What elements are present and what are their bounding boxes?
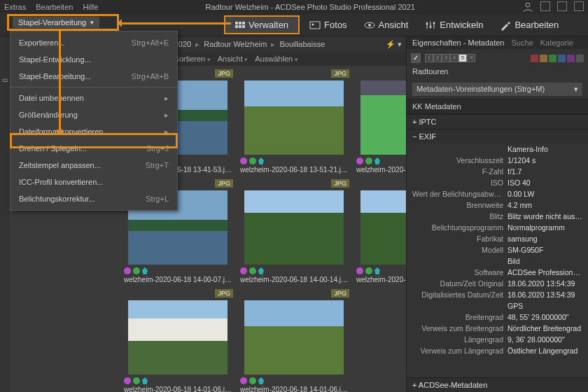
eye-icon — [364, 20, 375, 31]
window-title: Radtour Welzheim - ACDSee Photo Studio P… — [108, 3, 512, 11]
filetype-badge: JPG — [331, 69, 349, 78]
tag-checkbox[interactable]: ✓ — [411, 53, 421, 63]
acdsee-section[interactable]: + ACDSee-Metadaten — [407, 377, 588, 392]
tag-dot-purple — [356, 267, 363, 274]
tag-dot-purple — [240, 267, 247, 274]
thumb-filename: welzheim-2020-06-18 14-00-14.j… — [237, 276, 351, 285]
menu-bar: Extras Bearbeiten Hilfe — [4, 3, 98, 11]
menu-item[interactable]: Belichtungskorrektur...Strg+L — [10, 190, 177, 207]
metadata-row: Datum/Zeit Original18.06.2020 13:54:39 — [407, 278, 588, 289]
geo-pin-icon — [258, 158, 264, 164]
properties-panel: Eigenschaften - Metadaten Suche Kategori… — [406, 36, 588, 392]
mode-fotos-label: Fotos — [324, 20, 347, 30]
mode-verwalten-label: Verwalten — [248, 20, 288, 30]
metadata-row: Wert der Belichtungsabweichu…0.00 LW — [407, 188, 588, 200]
metadata-row: Brennweite4.2 mm — [407, 200, 588, 211]
thumbnail[interactable]: JPG welzheim-2020-06-18 13-54-39.j… — [353, 67, 406, 176]
sort-by[interactable]: Sortieren — [174, 55, 211, 63]
thumbnail[interactable]: JPG welzheim-2020-06-18 14-01-06.j… — [120, 287, 235, 392]
panel-tab-suche[interactable]: Suche — [511, 38, 533, 47]
thumbnail[interactable]: JPG welzheim-2020-06-18 14-00-14.j… — [237, 177, 351, 286]
filetype-badge: JPG — [215, 289, 233, 298]
left-panel-collapsed[interactable]: g — [0, 36, 10, 392]
tag-dot-purple — [240, 377, 247, 384]
iptc-section[interactable]: + IPTC — [407, 114, 588, 129]
tools-icon — [500, 20, 511, 31]
geo-pin-icon — [142, 377, 148, 384]
menu-item[interactable]: Zeitstempel anpassen...Strg+T — [10, 157, 177, 174]
exif-list: Kamera-InfoVerschlusszeit1/1204 sF-Zahlf… — [407, 144, 588, 377]
tag-dot-green — [365, 158, 372, 164]
tag-dot-purple — [124, 267, 131, 274]
filetype-badge: JPG — [331, 179, 349, 188]
svg-point-5 — [426, 22, 428, 24]
select-mode[interactable]: Auswählen — [255, 55, 298, 63]
menu-item[interactable]: Drehen / Spiegeln...Strg+J — [10, 140, 177, 157]
filetype-badge: JPG — [215, 179, 233, 188]
annotation-arrow-2 — [59, 31, 61, 133]
tag-label: Radtouren — [407, 67, 588, 80]
thumb-filename: welzheim-2020-06-18 13-54-39.j… — [354, 166, 406, 175]
mode-verwalten[interactable]: Verwalten — [224, 15, 300, 34]
color-labels[interactable] — [531, 55, 584, 62]
thumb-image — [244, 80, 344, 155]
metadata-row: Breitengrad48, 55' 29.000000" — [407, 312, 588, 323]
metadata-row: ModellSM-G950F — [407, 244, 588, 255]
menu-item[interactable]: Größenänderung — [10, 106, 177, 123]
rating-boxes[interactable]: 12345✕ — [425, 54, 475, 62]
metadata-row: ISOISO 40 — [407, 177, 588, 188]
geo-pin-icon — [258, 267, 264, 274]
mode-bearbeiten-label: Bearbeiten — [514, 20, 559, 30]
exif-section[interactable]: − EXIF — [407, 129, 588, 144]
thumbnail[interactable]: JPG welzheim-2020-06-18 13-51-21.j… — [237, 67, 351, 176]
panel-tab-kategorie[interactable]: Kategorie — [540, 38, 573, 47]
geo-pin-icon — [374, 267, 380, 274]
kk-metadata-header[interactable]: KK Metadaten — [407, 99, 588, 114]
menu-item[interactable]: Stapel-Entwicklung... — [10, 51, 177, 68]
crumb-2[interactable]: Radtour Welzheim — [204, 40, 267, 48]
menu-hilfe[interactable]: Hilfe — [83, 3, 98, 11]
menu-extras[interactable]: Extras — [4, 3, 26, 11]
window-icon-2[interactable] — [557, 1, 567, 11]
thumbnail[interactable]: JPG welzheim-2020-06-18 14-00-43.j… — [353, 177, 406, 286]
tag-dot-purple — [356, 158, 363, 164]
tag-dot-purple — [240, 158, 247, 164]
metadata-row: GPS — [407, 300, 588, 312]
svg-point-4 — [368, 24, 371, 27]
geo-pin-icon — [374, 158, 380, 164]
view-mode[interactable]: Ansicht — [218, 55, 248, 63]
filetype-badge: JPG — [331, 289, 349, 298]
metadata-row: SoftwareACDSee Professional 2… — [407, 267, 588, 278]
thumbnail[interactable]: JPG welzheim-2020-06-18 14-01-06.j… — [237, 287, 351, 392]
sliders-icon — [425, 20, 436, 31]
metadata-preset-dropdown[interactable]: Metadaten-Voreinstellungen (Strg+M)▾ — [412, 83, 582, 96]
window-icon-1[interactable] — [540, 1, 550, 11]
user-icon[interactable] — [522, 1, 533, 13]
metadata-row: Bild — [407, 255, 588, 267]
menu-item[interactable]: Exportieren...Strg+Alt+E — [10, 34, 177, 51]
metadata-row: Verweis zum BreitengradNördlicher Breite… — [407, 323, 588, 334]
tag-dot-green — [133, 267, 140, 274]
svg-point-7 — [433, 22, 435, 24]
thumb-filename: welzheim-2020-06-18 14-01-06.j… — [121, 386, 234, 392]
mode-bearbeiten[interactable]: Bearbeiten — [493, 17, 566, 34]
mode-fotos[interactable]: Fotos — [302, 17, 354, 34]
crumb-3[interactable]: Bouillabaisse — [279, 40, 325, 48]
menu-bearbeiten[interactable]: Bearbeiten — [36, 3, 73, 11]
filetype-badge: JPG — [215, 69, 233, 78]
menu-item[interactable]: Dateiformat konvertieren — [10, 123, 177, 140]
menu-item[interactable]: ICC-Profil konvertieren... — [10, 174, 177, 190]
window-icon-3[interactable] — [574, 1, 584, 11]
batch-processing-button[interactable]: Stapel-Verarbeitung — [13, 17, 99, 28]
mode-ansicht[interactable]: Ansicht — [357, 17, 416, 34]
tag-dot-purple — [124, 377, 131, 384]
thumb-filename: welzheim-2020-06-18 14-00-43.j… — [354, 276, 406, 285]
geo-pin-icon — [142, 267, 148, 274]
menu-item[interactable]: Datei umbenennen — [10, 90, 177, 106]
metadata-row: Digitalisiertes Datum/Zeit18.06.2020 13:… — [407, 289, 588, 300]
metadata-row: Fabrikatsamsung — [407, 233, 588, 244]
menu-item[interactable]: Stapel-Bearbeitung...Strg+Alt+B — [10, 68, 177, 85]
mode-entwickeln[interactable]: Entwickeln — [418, 17, 490, 34]
window-controls — [522, 1, 584, 13]
metadata-row: Längengrad9, 36' 28.000000" — [407, 334, 588, 345]
